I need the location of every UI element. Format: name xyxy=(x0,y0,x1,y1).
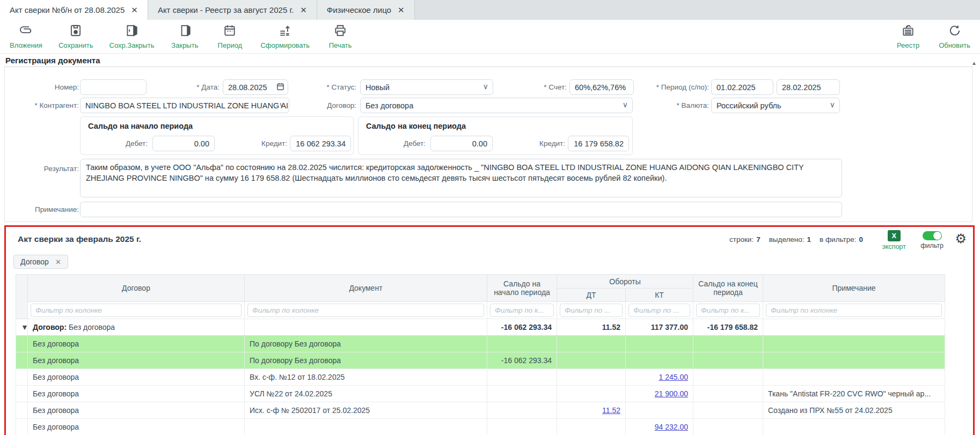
amount-link[interactable]: 94 232.00 xyxy=(655,423,688,431)
chip-close-icon[interactable]: ✕ xyxy=(55,258,61,266)
period-to-input[interactable] xyxy=(777,79,840,95)
chevron-down-icon: ∨ xyxy=(279,100,284,109)
column-group-turnover: Обороты xyxy=(557,275,693,289)
cell: Создано из ПРХ №55 от 24.02.2025 xyxy=(763,402,945,419)
cell xyxy=(693,419,763,435)
amount-link[interactable]: 1 245.00 xyxy=(659,373,689,381)
print-button[interactable]: Печать xyxy=(326,24,355,49)
paperclip-icon xyxy=(19,24,33,40)
status-select[interactable]: Новый ∨ xyxy=(360,79,493,95)
group-row[interactable]: ▼ Договор: Без договора -16 062 293.34 1… xyxy=(16,319,945,336)
filter-input-note[interactable] xyxy=(766,304,942,317)
contract-select[interactable]: Без договора ∨ xyxy=(360,98,633,113)
column-header-contract[interactable]: Договор xyxy=(28,275,245,302)
save-button[interactable]: Сохранить xyxy=(58,24,93,49)
tab-reestr[interactable]: Акт сверки - Реестр за август 2025 г. ✕ xyxy=(148,0,317,20)
excel-export-icon: X xyxy=(888,230,901,241)
closing-debit-input[interactable] xyxy=(430,136,493,151)
expander-cell xyxy=(16,402,28,419)
column-header-opening[interactable]: Сальдо на начало периода xyxy=(487,275,557,302)
table-row[interactable]: Без договораВх. с-ф. №12 от 18.02.20251 … xyxy=(16,369,945,386)
column-header-document[interactable]: Документ xyxy=(245,275,487,302)
cell xyxy=(487,402,557,419)
table-row[interactable]: Без договораИсх. с-ф № 2502017 от 25.02.… xyxy=(16,402,945,419)
save-close-button[interactable]: Сохр.Закрыть xyxy=(109,24,155,49)
period-from-input[interactable] xyxy=(711,79,773,95)
result-textarea[interactable]: Таким образом, в учете ООО "Альфа" по со… xyxy=(80,159,842,197)
attachments-button[interactable]: Вложения xyxy=(10,24,42,49)
scroll-up-arrow[interactable]: ▲ xyxy=(971,60,977,66)
generate-button[interactable]: Сформировать xyxy=(260,24,310,49)
opening-credit-input[interactable] xyxy=(290,136,351,151)
chevron-down-icon: ∨ xyxy=(830,100,835,109)
toolbar: Вложения Сохранить Сохр.Закрыть Закрыть … xyxy=(0,20,980,54)
filter-input-contract[interactable] xyxy=(31,304,242,317)
filter-input-closing[interactable] xyxy=(696,304,760,317)
door-save-icon xyxy=(125,24,138,40)
cell xyxy=(557,352,626,369)
note-label: Примечание: xyxy=(10,205,79,213)
cell xyxy=(693,369,763,386)
filter-input-opening[interactable] xyxy=(490,304,554,317)
close-icon[interactable]: ✕ xyxy=(398,6,405,14)
refresh-button[interactable]: Обновить xyxy=(939,24,970,49)
tab-fizlico[interactable]: Физическое лицо ✕ xyxy=(317,0,415,20)
close-button[interactable]: Закрыть xyxy=(170,24,199,49)
filter-input-document[interactable] xyxy=(247,304,484,317)
amount-link-cell[interactable]: 21 900.00 xyxy=(626,386,693,402)
filter-input-kt[interactable] xyxy=(628,304,690,317)
filter-toggle[interactable]: фильтр xyxy=(920,231,944,249)
cell xyxy=(487,419,557,435)
cell xyxy=(693,402,763,419)
section-title: Регистрация документа xyxy=(5,56,100,65)
amount-link-cell[interactable]: 11.52 xyxy=(557,402,626,419)
registry-button[interactable]: Реестр xyxy=(894,24,923,49)
currency-select[interactable]: Российский рубль ∨ xyxy=(711,98,840,113)
counterparty-select[interactable]: NINGBO BOA STEEL LTD INDUSTRIAL ZONE HUA… xyxy=(80,98,289,113)
amount-link-cell[interactable]: 94 232.00 xyxy=(626,419,693,435)
opening-balance-title: Сальдо на начало периода xyxy=(88,122,193,130)
close-icon[interactable]: ✕ xyxy=(131,6,138,14)
column-header-closing[interactable]: Сальдо на конец периода xyxy=(693,275,763,302)
table-row[interactable]: Без договораПо договору Без договора xyxy=(16,336,945,352)
rows-count: строки:7 xyxy=(729,235,760,244)
toggle-switch[interactable] xyxy=(923,231,942,240)
cell: Без договора xyxy=(28,402,245,419)
tab-act-sverki[interactable]: Акт сверки №б/н от 28.08.2025 ✕ xyxy=(0,0,148,20)
account-input[interactable] xyxy=(569,79,634,95)
filtered-count: в фильтре:0 xyxy=(820,235,863,244)
close-icon[interactable]: ✕ xyxy=(300,6,307,14)
opening-debit-input[interactable] xyxy=(152,136,215,151)
closing-credit-input[interactable] xyxy=(568,136,629,151)
amount-link[interactable]: 21 900.00 xyxy=(655,389,688,398)
table-row[interactable]: Без договораПо договору Без договора-16 … xyxy=(16,352,945,369)
period-button[interactable]: Период xyxy=(215,24,244,49)
group-chip-dogovor[interactable]: Договор ✕ xyxy=(13,255,68,269)
grid-body-rows: ▼ Договор: Без договора -16 062 293.34 1… xyxy=(16,319,945,435)
cell: Без договора xyxy=(28,369,245,386)
grid-header-row: Акт сверки за февраль 2025 г. строки:7 в… xyxy=(6,227,973,252)
result-label: Результат: xyxy=(10,165,79,173)
table-row[interactable]: Без договораУСЛ №22 от 24.02.202521 900.… xyxy=(16,386,945,402)
cell xyxy=(763,369,945,386)
number-input[interactable] xyxy=(80,79,147,95)
note-input[interactable] xyxy=(80,202,842,217)
period-label: * Период (с/по): xyxy=(637,83,709,91)
amount-link[interactable]: 11.52 xyxy=(602,406,620,415)
gear-icon[interactable]: ⚙ xyxy=(955,232,967,245)
column-header-kt[interactable]: КТ xyxy=(626,289,693,302)
tab-label: Акт сверки - Реестр за август 2025 г. xyxy=(158,5,294,14)
column-header-note[interactable]: Примечание xyxy=(763,275,945,302)
filter-input-dt[interactable] xyxy=(560,304,623,317)
expand-collapse-icon[interactable]: ▼ xyxy=(16,319,28,336)
column-header-dt[interactable]: ДТ xyxy=(557,289,626,302)
account-label: * Счет: xyxy=(517,83,567,91)
credit-label: Кредит: xyxy=(528,139,565,148)
cell: Без договора xyxy=(28,352,245,369)
export-button[interactable]: X экспорт xyxy=(882,230,906,250)
amount-link-cell[interactable]: 1 245.00 xyxy=(626,369,693,386)
table-row[interactable]: Без договора94 232.00 xyxy=(16,419,945,435)
expander-cell xyxy=(16,419,28,435)
generate-icon xyxy=(278,24,292,40)
cell: Ткань "Antistat FR-220 CVC RWO" черный а… xyxy=(763,386,945,402)
